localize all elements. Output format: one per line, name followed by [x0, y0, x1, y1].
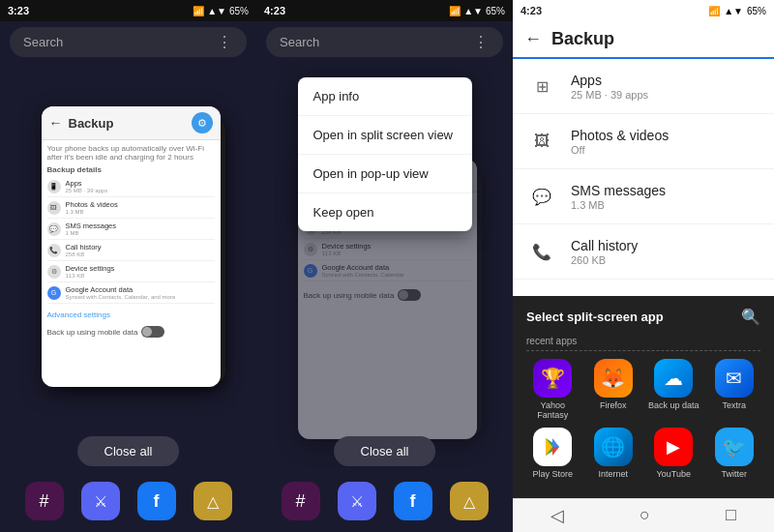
settings-signal-icon: 📶: [708, 6, 720, 16]
app-cell-textra[interactable]: ✉ Textra: [708, 359, 761, 420]
settings-time: 4:23: [521, 5, 542, 16]
app-cell-internet[interactable]: 🌐 Internet: [587, 428, 640, 479]
google-label-2: Google Account data: [322, 263, 404, 272]
settings-list: ⊞ Apps 25 MB · 39 apps 🖼 Photos & videos…: [513, 59, 774, 296]
google-icon-2: G: [304, 264, 317, 278]
search-bar-1[interactable]: Search ⋮: [10, 27, 247, 57]
card-item-device-2: ⚙ Device settings113 KB: [304, 239, 471, 260]
card-item-sms: 💬 SMS messages1 MB: [47, 219, 215, 240]
dock-2: # ⚔ f △: [256, 478, 513, 524]
settings-item-photos[interactable]: 🖼 Photos & videos Off: [513, 114, 774, 169]
apps-sub: 25 MB · 39 apps: [66, 188, 108, 193]
panel-recent-apps-1: 3:23 📶 ▲▼ 65% Search ⋮ ← Backup ⚙ Your p…: [0, 0, 256, 532]
backup-app-label: Back up data: [648, 400, 700, 410]
device-label: Device settings: [66, 264, 115, 273]
internet-app-label: Internet: [598, 469, 628, 479]
signal-icon-2: 📶: [449, 6, 461, 16]
context-menu-item-keep-open[interactable]: Keep open: [298, 193, 472, 231]
nav-recent-icon[interactable]: □: [726, 505, 736, 526]
google-sub: Synced with Contacts, Calendar, and more: [66, 294, 176, 300]
destiny-logo-2: △: [463, 492, 475, 511]
apps-title: Apps: [571, 73, 648, 88]
card-item-google: G Google Account dataSynced with Contact…: [47, 282, 215, 304]
recent-cards-area-1: ← Backup ⚙ Your phone backs up automatic…: [0, 63, 256, 440]
nav-home-icon[interactable]: ○: [640, 505, 650, 526]
facebook-logo-2: f: [410, 491, 416, 512]
dock-destiny-icon-2[interactable]: △: [450, 482, 489, 520]
app-cell-backup[interactable]: ☁ Back up data: [647, 359, 700, 420]
split-screen-title: Select split-screen app: [526, 310, 664, 324]
svg-marker-3: [552, 447, 559, 456]
split-screen-recent-label: recent apps: [526, 336, 760, 351]
device-label-2: Device settings: [322, 242, 372, 251]
photos-label: Photos & videos: [66, 200, 118, 209]
apps-text: Apps 25 MB · 39 apps: [571, 73, 648, 101]
call-settings-icon: 📞: [526, 236, 557, 267]
internet-app-icon: 🌐: [594, 428, 633, 466]
more-options-icon-1[interactable]: ⋮: [217, 33, 233, 51]
more-apps-grid: Play Store 🌐 Internet ▶ YouTube 🐦 Twitte…: [526, 428, 760, 479]
dock-destiny-icon[interactable]: △: [194, 482, 232, 520]
app-cell-playstore[interactable]: Play Store: [526, 428, 580, 479]
dock-facebook-icon[interactable]: f: [137, 482, 176, 520]
dock-slack-icon[interactable]: #: [25, 482, 64, 520]
backup-toggle[interactable]: [141, 326, 164, 338]
textra-app-icon: ✉: [715, 359, 754, 398]
app-cell-twitter[interactable]: 🐦 Twitter: [708, 428, 761, 479]
photos-text: Photos & videos Off: [571, 128, 669, 156]
call-sub: 258 KB: [66, 251, 102, 257]
facebook-logo: f: [154, 491, 160, 512]
app-cell-youtube[interactable]: ▶ YouTube: [647, 428, 700, 479]
card-body-1: Your phone backs up automatically over W…: [42, 140, 221, 308]
advanced-settings-link[interactable]: Advanced settings: [42, 308, 221, 322]
youtube-app-icon: ▶: [654, 428, 693, 466]
settings-status-bar: 4:23 📶 ▲▼ 65%: [513, 0, 774, 21]
close-all-button-2[interactable]: Close all: [334, 436, 436, 466]
firefox-app-icon: 🦊: [594, 359, 633, 398]
settings-header: ← Backup: [513, 21, 774, 59]
slack-logo-2: #: [295, 491, 305, 512]
dock-discord-icon[interactable]: ⚔: [81, 482, 120, 520]
destiny-logo: △: [207, 492, 219, 511]
settings-item-call[interactable]: 📞 Call history 260 KB: [513, 224, 774, 280]
split-screen-search-icon[interactable]: 🔍: [741, 308, 760, 326]
card-title-1: Backup: [69, 116, 114, 131]
backup-mobile-label: Back up using mobile data: [47, 328, 138, 337]
card-item-google-2: G Google Account dataSynced with Contact…: [304, 260, 471, 281]
context-menu-item-popup[interactable]: Open in pop-up view: [298, 155, 472, 193]
settings-item-apps[interactable]: ⊞ Apps 25 MB · 39 apps: [513, 59, 774, 114]
nav-back-icon[interactable]: ◁: [551, 505, 564, 526]
dock-1: # ⚔ f △: [0, 478, 256, 524]
google-icon: G: [47, 286, 61, 300]
context-menu-item-split-screen[interactable]: Open in split screen view: [298, 116, 472, 155]
card-item-photos: 🖼 Photos & videos1.3 MB: [47, 197, 215, 219]
context-menu: App info Open in split screen view Open …: [298, 77, 472, 231]
apps-label: Apps: [66, 179, 108, 188]
status-icons-1: 📶 ▲▼ 65%: [193, 6, 249, 16]
more-items-indicator: ···: [513, 280, 774, 296]
close-all-button-1[interactable]: Close all: [77, 436, 180, 466]
card-main-1[interactable]: ← Backup ⚙ Your phone backs up automatic…: [42, 106, 221, 387]
discord-logo-2: ⚔: [350, 492, 364, 511]
settings-item-sms[interactable]: 💬 SMS messages 1.3 MB: [513, 169, 774, 224]
back-arrow-settings[interactable]: ←: [524, 29, 542, 49]
dock-discord-icon-2[interactable]: ⚔: [338, 482, 376, 520]
dock-slack-icon-2[interactable]: #: [282, 482, 320, 520]
app-cell-firefox[interactable]: 🦊 Firefox: [587, 359, 640, 420]
card-item-apps: 📱 Apps25 MB · 39 apps: [47, 176, 215, 197]
battery-icon-2: 65%: [486, 6, 505, 16]
call-icon: 📞: [47, 244, 61, 257]
context-menu-item-app-info[interactable]: App info: [298, 77, 472, 116]
more-options-icon-2[interactable]: ⋮: [473, 33, 490, 51]
call-settings-sub: 260 KB: [571, 254, 638, 266]
playstore-app-label: Play Store: [532, 469, 573, 479]
dock-facebook-icon-2[interactable]: f: [394, 482, 432, 520]
sms-settings-title: SMS messages: [571, 183, 666, 198]
apps-icon: 📱: [47, 180, 61, 193]
twitter-app-icon: 🐦: [715, 428, 754, 466]
status-bar-2: 4:23 📶 ▲▼ 65%: [256, 0, 513, 21]
twitter-app-label: Twitter: [721, 469, 747, 479]
sms-label: SMS messages: [66, 222, 117, 230]
app-cell-yahoo[interactable]: 🏆 Yahoo Fantasy: [526, 359, 580, 420]
search-bar-2[interactable]: Search ⋮: [266, 27, 503, 57]
